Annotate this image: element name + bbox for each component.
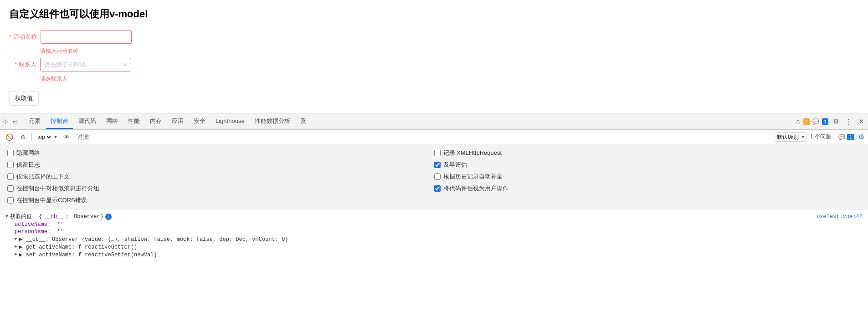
person-name-line: personName: "" — [5, 228, 863, 235]
console-main-content: ▼ 获取的值 { __ob__ : Observer} i useTest.vu… — [5, 213, 863, 220]
tab-elements[interactable]: 元素 — [24, 114, 45, 129]
hide-network-checkbox[interactable] — [7, 150, 14, 156]
comment-icon: 💬 — [812, 118, 819, 125]
preserve-log-checkbox[interactable] — [7, 162, 14, 168]
output-ob-key: __ob__ — [44, 214, 63, 220]
stop-icon[interactable]: ⊘ — [19, 132, 28, 142]
cors-errors-checkbox[interactable] — [7, 197, 14, 204]
info-badge: 1 — [822, 118, 828, 125]
tab-application[interactable]: 应用 — [167, 114, 188, 129]
set-active-expand-icon[interactable]: ▶ — [15, 251, 17, 257]
tab-lighthouse[interactable]: Lighthouse — [211, 115, 249, 128]
option-hide-network[interactable]: 隐藏网络 — [7, 149, 434, 157]
tab-network[interactable]: 网络 — [102, 114, 123, 129]
option-group-similar[interactable]: 在控制台中对相似消息进行分组 — [7, 184, 434, 193]
option-eager-eval[interactable]: 及早评估 — [434, 161, 861, 169]
contact-row: * 联系人 请选择活动区域 ▼ — [9, 58, 859, 71]
log-xhr-checkbox[interactable] — [434, 150, 441, 156]
warning-icon: ⚠ — [796, 118, 801, 125]
page-title: 自定义组件也可以使用v-model — [9, 7, 859, 21]
expand-arrow-icon[interactable]: ▼ — [5, 214, 8, 219]
set-active-line: ▶ ▶ set activeName: f reactiveSetter(new… — [5, 251, 863, 259]
person-name-space — [52, 229, 56, 235]
tab-sources[interactable]: 源代码 — [74, 114, 101, 129]
filter-input[interactable] — [75, 132, 771, 141]
devtools-tabbar: ⊹ ▭ 元素 控制台 源代码 网络 性能 内存 应用 安全 Lighthouse… — [0, 113, 868, 130]
devtools-panel: ⊹ ▭ 元素 控制台 源代码 网络 性能 内存 应用 安全 Lighthouse… — [0, 113, 868, 264]
default-level-select[interactable]: 默认级别 — [775, 132, 806, 142]
treat-as-user-label: 将代码评估视为用户操作 — [443, 184, 508, 193]
device-icon[interactable]: ▭ — [12, 117, 20, 126]
contact-select-wrapper: 请选择活动区域 ▼ — [40, 58, 131, 71]
ob-expand-icon[interactable]: ▶ — [15, 236, 17, 241]
group-similar-label: 在控制台中对相似消息进行分组 — [16, 184, 99, 193]
get-value-button[interactable]: 获取值 — [9, 91, 39, 106]
option-treat-as-user[interactable]: 将代码评估视为用户操作 — [434, 184, 861, 193]
console-settings-icon[interactable]: ⚙ — [858, 132, 864, 141]
person-name-val: "" — [57, 229, 64, 235]
active-name-space — [52, 221, 56, 228]
option-autocomplete[interactable]: 根据历史记录自动补全 — [434, 173, 861, 181]
autocomplete-label: 根据历史记录自动补全 — [443, 173, 503, 181]
cors-errors-label: 在控制台中显示CORS错误 — [16, 196, 87, 204]
settings-icon[interactable]: ⚙ — [831, 117, 841, 127]
tab-console[interactable]: 控制台 — [46, 114, 73, 129]
eager-eval-label: 及早评估 — [443, 161, 467, 169]
output-observer: Observer} — [71, 214, 103, 220]
tab-security[interactable]: 安全 — [189, 114, 210, 129]
option-cors-errors[interactable]: 在控制台中显示CORS错误 — [7, 196, 434, 204]
ob-content: ▶ __ob__: Observer {value: {…}, shallow:… — [19, 236, 288, 243]
eager-eval-checkbox[interactable] — [434, 162, 441, 168]
issues-label: 1 个问题： — [810, 133, 837, 141]
console-main-line: ▼ 获取的值 { __ob__ : Observer} i useTest.vu… — [5, 212, 863, 221]
tab-more[interactable]: 及 — [296, 114, 311, 129]
context-select[interactable]: top — [36, 133, 52, 141]
selected-context-checkbox[interactable] — [7, 173, 14, 180]
active-name-line: activeName: "" — [5, 221, 863, 228]
eye-icon[interactable]: 👁 — [62, 132, 72, 142]
toolbar-divider-1 — [31, 133, 32, 141]
options-left: 隐藏网络 保留日志 仅限已选择的上下文 在控制台中对相似消息进行分组 在控制台中… — [7, 149, 434, 204]
output-brace-open: { — [39, 214, 42, 220]
clear-console-button[interactable]: 🚫 — [4, 132, 15, 142]
activity-error: 请输入活动名称 — [40, 47, 859, 55]
tab-perf-data[interactable]: 性能数据分析 — [250, 114, 295, 129]
treat-as-user-checkbox[interactable] — [434, 185, 441, 192]
selected-context-label: 仅限已选择的上下文 — [16, 173, 70, 181]
close-icon[interactable]: ✕ — [857, 117, 866, 127]
top-section: 自定义组件也可以使用v-model * 活动名称 请输入活动名称 * 联系人 请… — [0, 0, 868, 113]
preserve-log-label: 保留日志 — [16, 161, 40, 169]
hide-network-label: 隐藏网络 — [16, 149, 40, 157]
more-icon[interactable]: ⋮ — [843, 117, 854, 127]
option-log-xhr[interactable]: 记录 XMLHttpRequest — [434, 149, 861, 157]
autocomplete-checkbox[interactable] — [434, 173, 441, 180]
inspect-icon[interactable]: ⊹ — [2, 117, 9, 126]
option-preserve-log[interactable]: 保留日志 — [7, 161, 434, 169]
context-arrow-icon: ▼ — [53, 134, 58, 139]
activity-label: * 活动名称 — [9, 33, 37, 41]
activity-name-input[interactable] — [41, 30, 132, 44]
output-colon: : — [66, 214, 69, 220]
activity-name-row: * 活动名称 — [9, 30, 859, 44]
get-active-expand-icon[interactable]: ▶ — [15, 244, 17, 249]
console-output: ▼ 获取的值 { __ob__ : Observer} i useTest.vu… — [0, 209, 868, 264]
tab-performance[interactable]: 性能 — [123, 114, 144, 129]
options-right: 记录 XMLHttpRequest 及早评估 根据历史记录自动补全 将代码评估视… — [434, 149, 861, 204]
contact-select[interactable]: 请选择活动区域 — [40, 58, 131, 71]
tab-memory[interactable]: 内存 — [145, 114, 166, 129]
output-label: 获取的值 — [10, 213, 32, 220]
context-select-wrapper: top ▼ — [36, 133, 58, 141]
active-name-val: "" — [57, 221, 64, 228]
tab-icons: ⊹ ▭ — [2, 117, 20, 126]
source-link[interactable]: useTest.vue:42 — [817, 214, 863, 220]
get-active-content: ▶ get activeName: f reactiveGetter() — [19, 244, 137, 250]
comment-small-icon: 💬 — [838, 134, 845, 140]
issue-count: 1 个问题： 💬 1 — [810, 133, 854, 141]
option-selected-context[interactable]: 仅限已选择的上下文 — [7, 173, 434, 181]
group-similar-checkbox[interactable] — [7, 185, 14, 192]
default-level-wrapper: 默认级别 ▼ — [775, 132, 806, 142]
output-object-prefix — [34, 214, 37, 220]
set-active-content: ▶ set activeName: f reactiveSetter(newVa… — [19, 251, 157, 258]
ob-line: ▶ ▶ __ob__: Observer {value: {…}, shallo… — [5, 235, 863, 243]
info-icon[interactable]: i — [105, 214, 112, 220]
